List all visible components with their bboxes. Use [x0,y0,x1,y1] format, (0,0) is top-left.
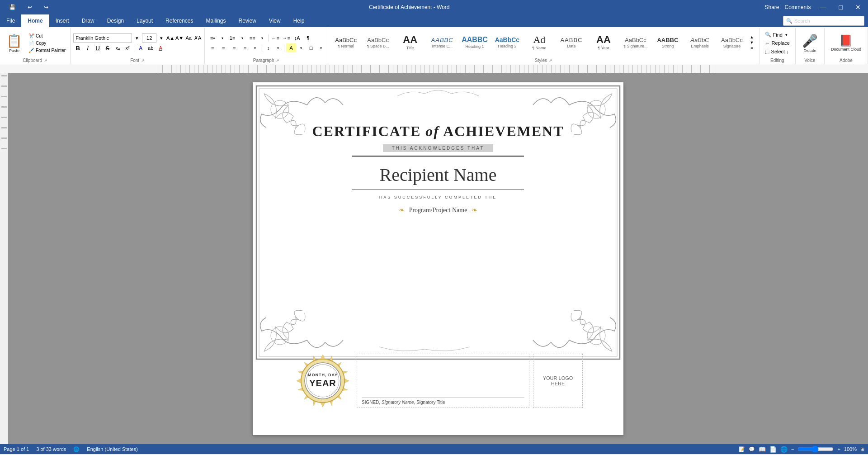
tab-insert[interactable]: Insert [49,14,75,27]
subscript-button[interactable]: x₂ [113,43,122,52]
justify-button[interactable]: ≡ [240,43,250,52]
bold-button[interactable]: B [73,43,82,52]
maximize-button[interactable]: □ [835,4,846,11]
bullets-dropdown[interactable]: ▾ [218,34,226,42]
close-button[interactable]: ✕ [852,4,864,11]
find-dropdown-icon[interactable]: ▾ [785,33,788,37]
multilevel-dropdown[interactable]: ▾ [258,34,266,42]
copy-button[interactable]: 📄 Copy [27,40,67,47]
borders-button[interactable]: □ [306,43,316,52]
format-painter-button[interactable]: 🖌️ Format Painter [27,47,67,54]
clipboard-expand-icon[interactable]: ↗ [44,58,47,63]
superscript-button[interactable]: x² [123,43,132,52]
replace-button[interactable]: ↔ Replace [762,39,793,47]
font-expand-icon[interactable]: ↗ [141,58,145,63]
align-left-button[interactable]: ≡ [208,43,217,52]
line-spacing-button[interactable]: ↕ [263,43,273,52]
adobe-button[interactable]: 📕 Document Cloud [827,33,865,52]
font-grow-button[interactable]: A▲ [166,34,175,42]
zoom-level[interactable]: 100% [844,446,857,452]
decrease-indent-button[interactable]: ←≡ [270,33,280,43]
alignment-dropdown[interactable]: ▾ [251,44,259,52]
quick-access-undo[interactable]: ↩ [22,2,38,12]
document-page[interactable]: CERTIFICATE of ACHIEVEMENT THIS ACKNOWLE… [253,82,623,435]
align-right-button[interactable]: ≡ [229,43,239,52]
align-center-button[interactable]: ≡ [218,43,228,52]
font-color-button[interactable]: A [156,43,165,52]
zoom-slider[interactable] [797,446,834,453]
change-case-button[interactable]: Aa [184,34,193,42]
show-marks-button[interactable]: ¶ [303,33,313,43]
styles-scroll-up[interactable]: ▲ [749,34,755,40]
tab-draw[interactable]: Draw [75,14,101,27]
style-signature2[interactable]: AaBbCc Signature [716,29,748,56]
style-date[interactable]: AABBC Date [556,29,587,56]
quick-access-redo[interactable]: ↪ [38,2,54,12]
fit-page-button[interactable]: ⊞ [860,446,864,452]
share-button[interactable]: Share [764,4,779,10]
status-comments-count[interactable]: 💬 [749,446,755,452]
search-bar[interactable]: 🔍 Search [783,16,864,26]
status-track-changes[interactable]: 📝 [739,446,745,452]
tab-layout[interactable]: Layout [130,14,159,27]
line-spacing-dropdown[interactable]: ▾ [274,44,282,52]
text-highlight-button[interactable]: ab [146,43,155,52]
numbering-dropdown[interactable]: ▾ [238,34,246,42]
styles-scroll-more[interactable]: ≡ [749,45,755,51]
tab-references[interactable]: References [159,14,199,27]
styles-expand-icon[interactable]: ↗ [549,58,552,63]
minimize-button[interactable]: — [816,4,830,11]
view-web-button[interactable]: 🌐 [780,446,788,453]
tab-help[interactable]: Help [287,14,311,27]
strikethrough-button[interactable]: S̶ [103,43,112,52]
style-emphasis[interactable]: AaBbC Emphasis [684,29,716,56]
dictate-button[interactable]: 🎤 Dictate [798,33,821,54]
style-normal[interactable]: AaBbCc ¶ Normal [330,29,362,56]
find-button[interactable]: 🔍 Find ▾ [762,31,793,38]
multilevel-button[interactable]: ≡≡ [247,33,257,43]
comments-button[interactable]: Comments [785,4,811,10]
style-title[interactable]: AA Title [394,29,426,56]
quick-access-save[interactable]: 💾 [4,2,21,12]
increase-indent-button[interactable]: →≡ [281,33,291,43]
style-strong[interactable]: AABBC Strong [652,29,684,56]
numbering-button[interactable]: 1≡ [227,33,237,43]
view-print-button[interactable]: 📄 [769,446,777,453]
paragraph-expand-icon[interactable]: ↗ [276,58,279,63]
borders-dropdown[interactable]: ▾ [317,44,325,52]
font-size-input[interactable] [142,33,156,43]
styles-scroll-down[interactable]: ▼ [749,40,755,45]
clear-formatting-button[interactable]: ✗A [193,34,202,42]
tab-file[interactable]: File [0,14,21,27]
style-heading2[interactable]: AaBbCc Heading 2 [491,29,523,56]
font-size-dropdown-icon[interactable]: ▾ [157,34,165,42]
style-signature[interactable]: AaBbCc ¶ Signature... [620,29,651,56]
style-space-before[interactable]: AaBbCc ¶ Space B... [362,29,394,56]
style-intense-emphasis[interactable]: AABBC Intense E... [426,29,458,56]
zoom-out-button[interactable]: − [791,446,794,452]
shading-dropdown[interactable]: ▾ [297,44,305,52]
font-name-input[interactable] [73,33,132,43]
italic-button[interactable]: I [83,43,92,52]
font-name-dropdown-icon[interactable]: ▾ [133,34,141,42]
tab-view[interactable]: View [263,14,287,27]
shading-button[interactable]: A [286,43,296,52]
font-shrink-button[interactable]: A▼ [175,34,184,42]
sort-button[interactable]: ↕A [292,33,302,43]
style-name[interactable]: Ad ¶ Name [524,29,555,56]
tab-design[interactable]: Design [101,14,130,27]
paste-button[interactable]: 📋 Paste [3,33,26,54]
select-button[interactable]: ⬚ Select ↓ [762,47,793,55]
style-heading1[interactable]: AABBC Heading 1 [458,29,491,56]
tab-review[interactable]: Review [232,14,263,27]
style-year[interactable]: AA ¶ Year [588,29,619,56]
cut-button[interactable]: ✂️ Cut [27,33,67,39]
tab-mailings[interactable]: Mailings [199,14,232,27]
view-read-button[interactable]: 📖 [759,446,766,453]
zoom-in-button[interactable]: + [837,446,840,452]
bullets-button[interactable]: ≡• [208,33,217,43]
language-indicator[interactable]: 🌐 [73,446,80,452]
tab-home[interactable]: Home [21,14,49,27]
underline-button[interactable]: U [93,43,102,52]
text-effects-button[interactable]: A [136,43,145,52]
